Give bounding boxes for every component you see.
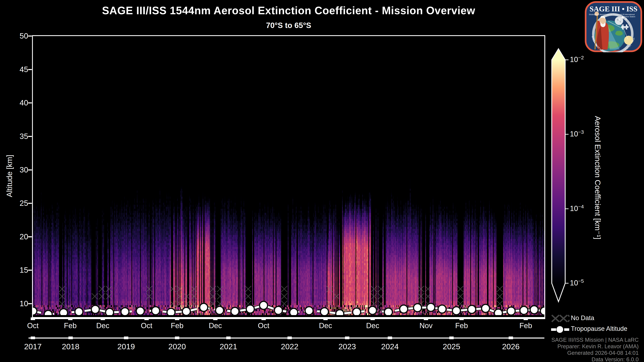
x-month-tick-mark [175, 318, 179, 320]
x-month-tick-label: Feb [164, 322, 190, 330]
x-year-tick-mark [288, 337, 292, 339]
x-month-tick-mark [31, 318, 35, 320]
logo-subtitle-left: Stratospheric Aerosol and Gas Experiment… [589, 13, 624, 15]
figure: SAGE III/ISS 1544nm Aerosol Extinction C… [0, 0, 644, 362]
colorbar-tick-label: 10−2 [570, 55, 584, 64]
x-month-tick-mark [213, 318, 218, 320]
logo-subtitle-right1: International [624, 13, 635, 15]
page-title: SAGE III/ISS 1544nm Aerosol Extinction C… [33, 4, 544, 17]
x-year-tick-label: 2025 [436, 342, 466, 351]
legend-no-data-label: No Data [571, 314, 594, 322]
y-tick-mark [28, 236, 32, 237]
y-tick-label: 40 [10, 98, 28, 107]
y-tick-label: 10 [10, 299, 28, 308]
logo-title: SAGE III • ISS [590, 5, 638, 13]
aerosol-heatmap [33, 36, 544, 315]
tropopause-line-icon [551, 325, 570, 334]
y-tick-mark [28, 35, 32, 36]
colorbar-tick-marks [565, 60, 568, 283]
x-year-tick-mark [124, 337, 128, 339]
legend-tropopause-label: Tropopause Altitude [571, 325, 628, 332]
year-axis-spine [28, 338, 544, 339]
y-tick-mark [28, 169, 32, 170]
x-month-tick-label: Feb [57, 322, 84, 330]
x-month-tick-label: Oct [20, 322, 46, 330]
x-month-tick-mark [424, 318, 428, 320]
x-month-tick-label: Oct [133, 322, 160, 330]
x-year-tick-label: 2024 [375, 342, 405, 351]
x-month-tick-mark [144, 318, 149, 320]
x-month-tick-mark [370, 318, 375, 320]
logo-subtitle-right2: Space Station [624, 15, 636, 17]
x-year-tick-label: 2019 [111, 342, 141, 351]
y-tick-mark [28, 203, 32, 204]
colorbar-tick-label: 10−5 [570, 278, 584, 287]
x-month-tick-label: Dec [202, 322, 229, 330]
x-year-tick-mark [449, 337, 454, 339]
y-axis-label: Altitude [km] [5, 155, 14, 197]
x-year-tick-label: 2023 [332, 342, 362, 351]
sage-iii-iss-logo: SAGE III • ISS Stratospheric Aerosol and… [585, 1, 642, 52]
y-tick-label: 30 [10, 165, 28, 174]
colorbar-axis-label: Aerosol Extinction Coefficient [km⁻¹] [593, 116, 602, 240]
y-tick-label: 50 [10, 31, 28, 40]
x-year-tick-mark [68, 337, 73, 339]
x-year-tick-label: 2020 [162, 342, 192, 351]
x-month-tick-mark [459, 318, 464, 320]
y-tick-mark [28, 270, 32, 271]
y-tick-mark [28, 102, 32, 103]
x-month-tick-mark [323, 318, 328, 320]
attribution-data-version: Data Version: 6.0.0 [503, 356, 639, 362]
x-year-tick-mark [31, 337, 35, 339]
y-tick-label: 15 [10, 266, 28, 275]
y-tick-mark [28, 303, 32, 304]
x-month-tick-label: Nov [412, 322, 440, 330]
x-month-tick-mark [262, 318, 266, 320]
colorbar-gradient-arrow [552, 49, 565, 302]
y-tick-label: 25 [10, 199, 28, 208]
x-year-tick-label: 2018 [56, 342, 86, 351]
x-year-tick-label: 2026 [496, 342, 526, 351]
plot-area [32, 35, 545, 319]
no-data-hatch-icon [551, 314, 570, 323]
x-year-tick-mark [175, 337, 179, 339]
x-month-tick-mark [100, 318, 105, 320]
x-year-tick-label: 2022 [274, 342, 305, 351]
y-tick-label: 35 [10, 132, 28, 141]
colorbar-tick-label: 10−4 [570, 204, 584, 213]
y-tick-label: 45 [10, 65, 28, 74]
colorbar-tick-label: 10−3 [570, 129, 584, 138]
x-month-tick-label: Dec [359, 322, 386, 330]
x-year-tick-mark [345, 337, 349, 339]
x-year-tick-mark [509, 337, 513, 339]
x-month-tick-mark [524, 318, 528, 320]
y-tick-mark [28, 69, 32, 70]
x-year-tick-label: 2017 [18, 342, 48, 351]
x-year-tick-label: 2021 [213, 342, 244, 351]
y-tick-mark [28, 136, 32, 137]
x-month-tick-label: Dec [312, 322, 339, 330]
x-month-tick-mark [68, 318, 72, 320]
x-year-tick-mark [388, 337, 392, 339]
x-month-tick-label: Feb [448, 322, 475, 330]
x-month-tick-label: Oct [250, 322, 277, 330]
y-tick-label: 20 [10, 232, 28, 241]
x-month-tick-label: Feb [512, 322, 539, 330]
x-year-tick-mark [226, 337, 230, 339]
latitude-band-subtitle: 70°S to 65°S [33, 21, 544, 30]
x-month-tick-label: Dec [90, 322, 116, 330]
colorbar [548, 47, 582, 305]
